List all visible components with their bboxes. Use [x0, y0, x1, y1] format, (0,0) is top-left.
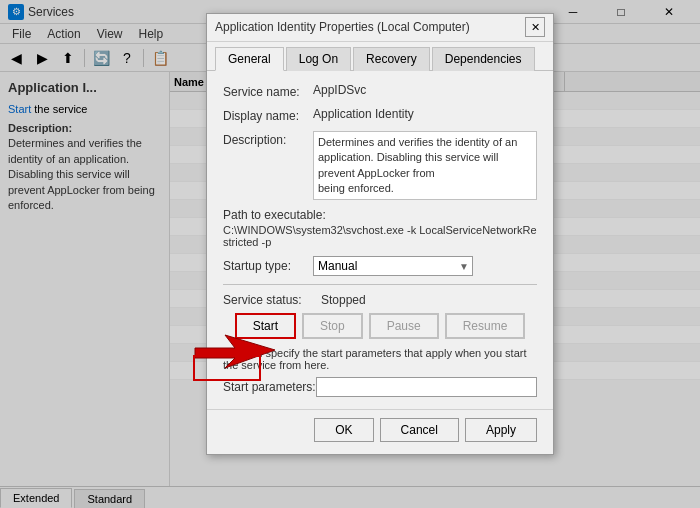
- startup-type-row: Startup type: Manual Automatic Automatic…: [223, 256, 537, 276]
- startup-type-select[interactable]: Manual Automatic Automatic (Delayed Star…: [313, 256, 473, 276]
- startup-select-wrapper: Manual Automatic Automatic (Delayed Star…: [313, 256, 473, 276]
- dialog-title-bar: Application Identity Properties (Local C…: [207, 14, 553, 42]
- service-control-buttons: Start Stop Pause Resume: [223, 313, 537, 339]
- start-params-label: Start parameters:: [223, 380, 316, 394]
- divider: [223, 284, 537, 285]
- path-label: Path to executable:: [223, 208, 537, 222]
- tab-logon[interactable]: Log On: [286, 47, 351, 71]
- ok-button[interactable]: OK: [314, 418, 373, 442]
- dialog-footer: OK Cancel Apply: [207, 409, 553, 454]
- stop-button[interactable]: Stop: [302, 313, 363, 339]
- resume-button[interactable]: Resume: [445, 313, 526, 339]
- path-row: Path to executable: C:\WINDOWS\system32\…: [223, 208, 537, 248]
- description-row: Description: Determines and verifies the…: [223, 131, 537, 201]
- description-value: Determines and verifies the identity of …: [313, 131, 537, 201]
- cancel-button[interactable]: Cancel: [380, 418, 459, 442]
- service-status-value: Stopped: [321, 293, 366, 307]
- display-name-value: Application Identity: [313, 107, 537, 121]
- startup-type-label: Startup type:: [223, 259, 313, 273]
- tab-general[interactable]: General: [215, 47, 284, 71]
- properties-dialog: Application Identity Properties (Local C…: [206, 13, 554, 456]
- dialog-close-button[interactable]: ✕: [525, 17, 545, 37]
- service-status-row: Service status: Stopped: [223, 293, 537, 307]
- service-status-label: Service status:: [223, 293, 313, 307]
- dialog-overlay: Application Identity Properties (Local C…: [0, 0, 700, 508]
- service-name-label: Service name:: [223, 83, 313, 99]
- path-value: C:\WINDOWS\system32\svchost.exe -k Local…: [223, 224, 537, 248]
- start-params-input[interactable]: [316, 377, 537, 397]
- description-label: Description:: [223, 131, 313, 147]
- dialog-body: Service name: AppIDSvc Display name: App…: [207, 71, 553, 410]
- display-name-label: Display name:: [223, 107, 313, 123]
- start-params-hint: You can specify the start parameters tha…: [223, 347, 537, 371]
- service-name-value: AppIDSvc: [313, 83, 537, 97]
- display-name-row: Display name: Application Identity: [223, 107, 537, 123]
- pause-button[interactable]: Pause: [369, 313, 439, 339]
- tab-dependencies[interactable]: Dependencies: [432, 47, 535, 71]
- tab-recovery[interactable]: Recovery: [353, 47, 430, 71]
- dialog-title: Application Identity Properties (Local C…: [215, 20, 525, 34]
- dialog-tabs: General Log On Recovery Dependencies: [207, 42, 553, 71]
- service-name-row: Service name: AppIDSvc: [223, 83, 537, 99]
- apply-button[interactable]: Apply: [465, 418, 537, 442]
- start-button[interactable]: Start: [235, 313, 296, 339]
- start-params-row: Start parameters:: [223, 377, 537, 397]
- services-window: ⚙ Services ─ □ ✕ File Action View Help ◀…: [0, 0, 700, 508]
